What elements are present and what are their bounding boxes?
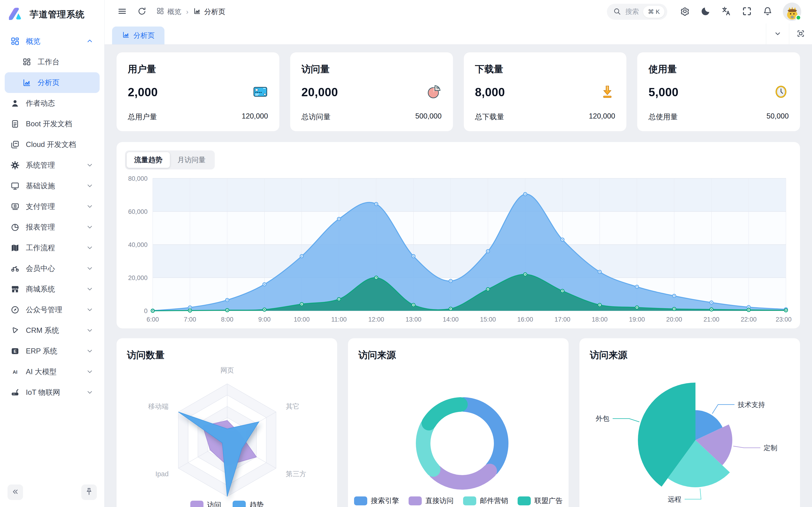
document-icon (10, 119, 20, 129)
chevron-down-icon (86, 223, 94, 231)
pie-chart-icon (10, 223, 20, 232)
sidebar-item-member-center[interactable]: 会员中心 (5, 258, 100, 279)
svg-text:21:00: 21:00 (703, 316, 719, 323)
sidebar-item-ai-model[interactable]: AI AI 大模型 (5, 361, 100, 382)
chevron-down-icon (86, 306, 94, 314)
sidebar-item-workflow[interactable]: 工作流程 (5, 237, 100, 258)
sidebar-item-payment-management[interactable]: 支付管理 (5, 196, 100, 217)
sidebar-item-boot-docs[interactable]: Boot 开发文档 (5, 114, 100, 134)
svg-text:20:00: 20:00 (666, 316, 682, 323)
chevron-down-icon (86, 368, 94, 376)
sidebar-item-workbench[interactable]: 工作台 (5, 52, 100, 72)
notifications-button[interactable] (762, 6, 773, 17)
search-input[interactable]: 搜索 ⌘ K (607, 4, 667, 20)
compass-icon (10, 305, 20, 315)
logo-row[interactable]: 芋道管理系统 (0, 0, 104, 29)
sidebar-item-report-management[interactable]: 报表管理 (5, 217, 100, 237)
tab-monthly-visits[interactable]: 月访问量 (170, 152, 213, 168)
legend-item[interactable]: 直接访问 (409, 496, 454, 506)
svg-text:9:00: 9:00 (258, 316, 271, 323)
stat-footer-label: 总使用量 (649, 112, 677, 122)
sidebar-item-label: 支付管理 (26, 202, 80, 212)
legend-item[interactable]: 搜索引擎 (354, 496, 399, 506)
legend-label: 直接访问 (425, 496, 454, 506)
sidebar-item-mp-management[interactable]: 公众号管理 (5, 299, 100, 320)
stat-card-users: 用户量 2,000 总用户量 120,000 (116, 52, 280, 131)
app-title: 芋道管理系统 (30, 8, 85, 20)
card-title: 访问来源 (590, 349, 790, 361)
tabbar-controls (766, 23, 812, 44)
sidebar-item-author-news[interactable]: 作者动态 (5, 93, 100, 114)
dark-mode-button[interactable] (700, 6, 711, 17)
hamburger-icon (117, 6, 127, 17)
bicycle-icon (10, 264, 20, 273)
fullscreen-button[interactable] (742, 6, 752, 17)
sidebar-item-cloud-docs[interactable]: Cloud 开发文档 (5, 134, 100, 155)
user-avatar[interactable] (783, 3, 801, 21)
fullscreen-icon (742, 6, 752, 17)
stat-value: 20,000 (301, 86, 338, 99)
svg-text:11:00: 11:00 (331, 316, 347, 323)
sidebar-item-iot[interactable]: IoT 物联网 (5, 382, 100, 403)
breadcrumb: 概览 › 分析页 (156, 7, 225, 17)
moon-icon (700, 6, 711, 17)
sidebar-item-mall-system[interactable]: 商城系统 (5, 279, 100, 299)
erp-icon: E (10, 346, 20, 356)
payment-icon (10, 202, 20, 211)
sidebar-pin-button[interactable] (81, 485, 97, 500)
svg-text:13:00: 13:00 (406, 316, 421, 323)
breadcrumb-overview[interactable]: 概览 (156, 7, 182, 17)
sidebar-collapse-button[interactable] (7, 485, 23, 500)
ai-icon: AI (10, 367, 20, 377)
grid-icon (156, 7, 164, 17)
visit-source-pie-chart[interactable]: 技术支持定制远程外包 (590, 363, 790, 507)
sidebar-item-erp-system[interactable]: E ERP 系统 (5, 341, 100, 361)
visit-volume-radar-chart[interactable]: 网页其它第三方客户端Ipad移动端 (127, 363, 327, 507)
stat-title: 下载量 (475, 63, 615, 75)
refresh-button[interactable] (137, 6, 147, 17)
visit-source-donut-card: 访问来源 搜索引擎 直接访问 邮件营销 (348, 338, 569, 507)
breadcrumb-analysis[interactable]: 分析页 (193, 7, 225, 17)
legend-item[interactable]: 邮件营销 (463, 496, 508, 506)
legend-swatch (409, 496, 422, 505)
language-button[interactable] (721, 6, 732, 17)
svg-text:Ipad: Ipad (155, 470, 168, 477)
router-icon (10, 388, 20, 397)
content-fullscreen-button[interactable] (789, 23, 812, 44)
settings-button[interactable] (679, 6, 690, 17)
legend-item[interactable]: 联盟广告 (518, 496, 563, 506)
legend-item[interactable]: 访问 (190, 500, 221, 507)
tab-traffic-trend[interactable]: 流量趋势 (126, 152, 170, 168)
svg-text:移动端: 移动端 (148, 402, 169, 410)
tab-analysis[interactable]: 分析页 (112, 26, 164, 44)
sidebar-item-overview[interactable]: 概览 (5, 31, 100, 52)
svg-text:17:00: 17:00 (555, 316, 570, 323)
svg-text:技术支持: 技术支持 (738, 401, 765, 408)
stat-title: 访问量 (301, 63, 442, 75)
tab-menu-button[interactable] (766, 23, 789, 44)
sidebar-item-infrastructure[interactable]: 基础设施 (5, 176, 100, 196)
header-actions (679, 3, 801, 21)
sidebar-toggle-button[interactable] (117, 6, 128, 17)
chevron-down-icon (86, 244, 94, 252)
trend-tab-switch: 流量趋势 月访问量 (125, 151, 215, 169)
stat-card-visits: 访问量 20,000 % 总访问量 500,000 (290, 52, 453, 131)
sidebar-item-analysis[interactable]: 分析页 (5, 72, 100, 93)
refresh-icon (137, 6, 147, 17)
stat-footer-label: 总访问量 (301, 112, 331, 122)
svg-text:16:00: 16:00 (517, 316, 534, 323)
traffic-trend-chart[interactable]: 020,00040,00060,00080,0006:007:008:009:0… (125, 174, 792, 324)
sidebar-item-system-management[interactable]: 系统管理 (5, 155, 100, 176)
legend-label: 邮件营销 (480, 496, 508, 506)
visit-volume-card: 访问数量 网页其它第三方客户端Ipad移动端 访问 趋势 (116, 338, 338, 507)
chevron-down-icon (86, 182, 94, 190)
visit-source-donut-chart[interactable] (358, 363, 559, 507)
svg-text:6:00: 6:00 (147, 316, 159, 323)
gear-icon (10, 161, 20, 170)
sidebar-item-label: ERP 系统 (26, 346, 80, 356)
tab-label: 分析页 (134, 31, 155, 40)
legend-item[interactable]: 趋势 (233, 500, 264, 507)
sidebar-item-crm-system[interactable]: CRM 系统 (5, 320, 100, 341)
stat-card-downloads: 下载量 8,000 总下载量 120,000 (464, 52, 627, 131)
svg-text:外包: 外包 (596, 415, 609, 422)
